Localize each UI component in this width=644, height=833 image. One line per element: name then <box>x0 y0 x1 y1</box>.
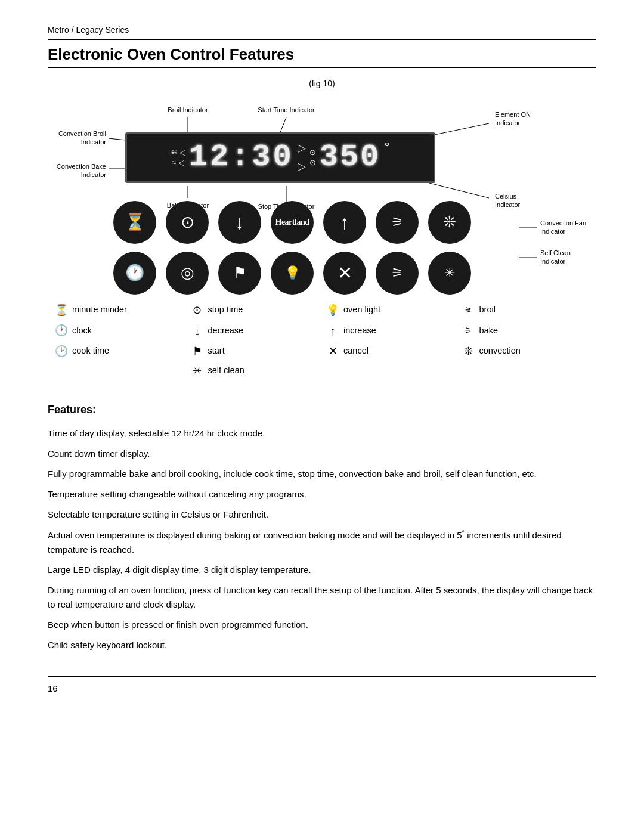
top-rule <box>48 39 596 40</box>
svg-line-7 <box>429 183 489 198</box>
right-indicators: ⊙ ⊙ <box>309 148 316 168</box>
feature-para-2: Count down timer display. <box>48 447 596 461</box>
legend-decrease: ↓ decrease <box>190 322 320 340</box>
stop-time-icon: ⊙ <box>190 302 205 318</box>
legend-bake-label: bake <box>479 324 498 337</box>
svg-line-3 <box>280 117 286 132</box>
feature-para-6: Actual oven temperature is displayed dur… <box>48 528 596 557</box>
stop-time-button[interactable]: ⊙ <box>166 201 209 244</box>
feature-para-9: Beep when button is pressed or finish ov… <box>48 618 596 632</box>
temp-display: 350 <box>320 134 381 181</box>
series-label: Metro / Legacy Series <box>48 24 596 36</box>
arrow-indicators: ▷ ▷ <box>298 140 306 175</box>
time-display: 12:30 <box>189 134 294 181</box>
legend-cancel-label: cancel <box>343 345 369 358</box>
ann-convection-fan: Convection FanIndicator <box>540 219 594 236</box>
legend-stop-time-label: stop time <box>208 304 243 317</box>
broil-button[interactable]: ⚞ <box>376 201 419 244</box>
button-row-2: 🕐 ◎ ⚑ 💡 ✕ ⚞ ✳ <box>113 252 471 295</box>
feature-para-1: Time of day display, selectable 12 hr/24… <box>48 426 596 441</box>
convection-button[interactable]: ❊ <box>428 201 471 244</box>
bottom-circle-icon: ⊙ <box>309 158 316 168</box>
ann-celsius: CelsiusIndicator <box>495 192 549 209</box>
feature-para-8: During running of an oven function, pres… <box>48 583 596 612</box>
ann-start-time: Start Time Indicator <box>250 106 322 114</box>
feature-para-3: Fully programmable bake and broil cookin… <box>48 467 596 481</box>
ann-convection-bake: Convection BakeIndicator <box>54 162 106 179</box>
broil-icon: ⚞ <box>461 304 476 317</box>
legend-broil-label: broil <box>479 304 496 317</box>
legend-cancel: ✕ cancel <box>325 343 455 360</box>
self-clean-icon: ✳ <box>190 363 205 379</box>
legend-clock: 🕐 clock <box>54 322 184 340</box>
features-title: Features: <box>48 402 596 418</box>
feature-para-10: Child safety keyboard lockout. <box>48 638 596 652</box>
button-row-1: ⏳ ⊙ ↓ Heartland ↑ ⚞ ❊ <box>113 201 471 244</box>
legend-convection: ❊ convection <box>461 343 591 360</box>
feature-para-4: Temperature setting changeable without c… <box>48 487 596 501</box>
bake-wave-icon: ≈ ◁ <box>172 158 184 168</box>
legend-stop-time: ⊙ stop time <box>190 302 320 318</box>
top-circle-icon: ⊙ <box>309 148 316 157</box>
legend-start: ⚑ start <box>190 343 320 360</box>
oven-light-button[interactable]: 💡 <box>271 252 314 295</box>
page-footer: 16 <box>48 676 596 696</box>
stop-arrow-icon: ▷ <box>298 159 306 175</box>
clock-button[interactable]: 🕐 <box>113 252 156 295</box>
timer-button[interactable]: ⏳ <box>113 201 156 244</box>
start-icon: ⚑ <box>190 343 205 360</box>
increase-icon: ↑ <box>325 322 340 340</box>
ann-broil-indicator: Broil Indicator <box>161 106 215 114</box>
start-arrow-icon: ▷ <box>298 140 306 156</box>
feature-para-7: Large LED display, 4 digit display time,… <box>48 563 596 577</box>
lcd-display: ≋ ◁ ≈ ◁ 12:30 ▷ ▷ ⊙ ⊙ 350 ° <box>125 132 435 183</box>
legend-start-label: start <box>208 345 225 358</box>
legend-minute-minder-label: minute minder <box>72 304 127 317</box>
broil-wave-icon: ≋ ◁ <box>171 148 185 157</box>
clock-icon: 🕐 <box>54 323 69 339</box>
legend-minute-minder: ⏳ minute minder <box>54 302 184 318</box>
increase-button[interactable]: ↑ <box>323 201 366 244</box>
self-clean-button[interactable]: ✳ <box>428 252 471 295</box>
title-rule <box>48 67 596 68</box>
cook-time-icon: 🕑 <box>54 343 69 360</box>
heartland-text: Heartland <box>275 216 309 228</box>
oven-light-icon: 💡 <box>325 302 340 318</box>
ann-convection-broil: Convection BroilIndicator <box>54 129 106 147</box>
heartland-button[interactable]: Heartland <box>271 201 314 244</box>
legend-decrease-label: decrease <box>208 324 244 337</box>
ann-self-clean: Self CleanIndicator <box>540 249 594 266</box>
convection-icon: ❊ <box>461 343 476 360</box>
legend-cook-time-label: cook time <box>72 345 109 358</box>
cancel-icon: ✕ <box>325 343 340 360</box>
legend-clock-label: clock <box>72 324 92 337</box>
bake-button[interactable]: ⚞ <box>376 252 419 295</box>
legend-self-clean-label: self clean <box>208 364 244 377</box>
diagram: Convection BroilIndicator Convection Bak… <box>54 100 590 290</box>
cancel-button[interactable]: ✕ <box>323 252 366 295</box>
decrease-icon: ↓ <box>190 322 205 340</box>
legend-grid: ⏳ minute minder ⊙ stop time 💡 oven light… <box>54 296 590 385</box>
page-title: Electronic Oven Control Features <box>48 45 596 65</box>
ann-element-on: Element ONIndicator <box>495 110 543 128</box>
legend-increase-label: increase <box>343 324 376 337</box>
start-button[interactable]: ⚑ <box>218 252 261 295</box>
legend-oven-light: 💡 oven light <box>325 302 455 318</box>
bake-icon: ⚞ <box>461 324 476 337</box>
fig-label: (fig 10) <box>48 78 596 90</box>
stop-time-button2[interactable]: ◎ <box>166 252 209 295</box>
legend-increase: ↑ increase <box>325 322 455 340</box>
legend-convection-label: convection <box>479 345 521 358</box>
legend-cook-time: 🕑 cook time <box>54 343 184 360</box>
degree-symbol: ° <box>384 134 390 158</box>
legend-bake: ⚞ bake <box>461 322 591 340</box>
legend-broil: ⚞ broil <box>461 302 591 318</box>
decrease-button[interactable]: ↓ <box>218 201 261 244</box>
page-number: 16 <box>48 683 58 693</box>
features-section: Features: Time of day display, selectabl… <box>48 402 596 652</box>
legend-self-clean: ✳ self clean <box>190 363 320 379</box>
legend-oven-light-label: oven light <box>343 304 380 317</box>
left-indicators: ≋ ◁ ≈ ◁ <box>171 148 185 168</box>
minute-minder-icon: ⏳ <box>54 302 69 318</box>
feature-para-5: Selectable temperature setting in Celsiu… <box>48 507 596 522</box>
